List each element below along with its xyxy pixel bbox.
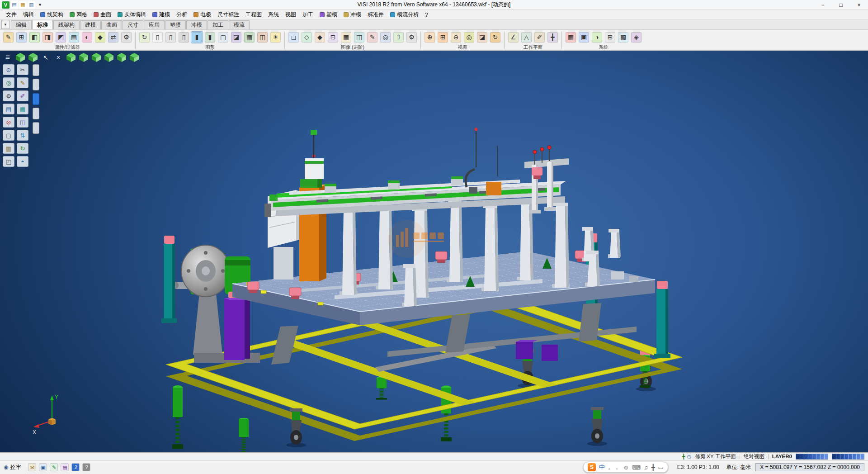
zoom-all-icon[interactable]: ⊕ (424, 31, 436, 43)
view-cube-front-icon[interactable] (27, 52, 39, 63)
filter-chain-icon[interactable]: ⇄ (107, 31, 119, 43)
filter-type-icon[interactable]: ◆ (94, 31, 106, 43)
layers-tool-icon[interactable]: ▤ (3, 104, 14, 114)
tab-wireframe[interactable]: 线架构 (53, 20, 80, 29)
quick-access-caret-icon[interactable]: ▾ (36, 1, 44, 9)
viewbar-menu-icon[interactable]: ≡ (2, 52, 14, 63)
saved-view-slot-4[interactable] (33, 108, 39, 119)
corner-tool-icon[interactable]: ◰ (3, 156, 14, 167)
image-shade-icon[interactable]: ◆ (314, 31, 326, 43)
system-grid-icon[interactable]: ⊞ (604, 31, 616, 43)
menu-item-mold[interactable]: 塑模 (316, 10, 340, 20)
point-snap-tool-icon[interactable]: ◎ (3, 77, 14, 88)
trim-tool-icon[interactable]: ✂ (17, 64, 28, 75)
ime-skin-icon[interactable]: ▭ (658, 464, 664, 471)
transparent-view-icon[interactable]: ▢ (217, 31, 229, 43)
system-display-icon[interactable]: ▣ (578, 31, 590, 43)
filter-color-icon[interactable]: ◐ (81, 31, 93, 43)
view-cube-iso-icon[interactable] (14, 52, 26, 63)
filter-settings-icon[interactable]: ⚙ (120, 31, 132, 43)
system-snap-icon[interactable]: ▩ (617, 31, 629, 43)
delete-tool-icon[interactable]: ⊘ (3, 117, 14, 128)
zoom-previous-icon[interactable]: ⊖ (450, 31, 462, 43)
menu-item-analysis[interactable]: 分析 (173, 10, 190, 20)
menu-item-system[interactable]: 系统 (265, 10, 282, 20)
ime-mode-chinese[interactable]: 中 (599, 463, 605, 471)
tab-flow[interactable]: 模流 (229, 20, 250, 29)
image-gallery-icon[interactable]: ▦ (340, 31, 352, 43)
tab-machining[interactable]: 加工 (208, 20, 228, 29)
system-performance-icon[interactable]: ◑ (591, 31, 603, 43)
menu-item-file[interactable]: 文件 (3, 10, 20, 20)
status-mail-icon[interactable]: ✉ (28, 463, 36, 471)
box-select-tool-icon[interactable]: ▢ (3, 130, 14, 141)
menu-item-help[interactable]: ? (422, 10, 431, 20)
status-count-badge[interactable]: 2 (71, 463, 80, 471)
material-mode-icon[interactable]: ◫ (256, 31, 269, 43)
sketch-tool-icon[interactable]: ✎ (17, 77, 28, 88)
tab-surface[interactable]: 曲面 (101, 20, 122, 29)
status-display-icon[interactable]: ▣ (39, 463, 47, 471)
menu-item-solid-edit[interactable]: 实体编辑 (114, 10, 149, 20)
menu-item-standard-parts[interactable]: 标准件 (364, 10, 387, 20)
workplane-align-icon[interactable]: △ (520, 31, 533, 43)
panels-tool-icon[interactable]: ◫ (17, 117, 28, 128)
print-document-icon[interactable]: ▥ (28, 1, 35, 9)
menu-item-wireframe[interactable]: 线架构 (37, 10, 66, 20)
redraw-icon[interactable]: ↻ (138, 31, 151, 43)
workplane-new-icon[interactable]: ╋ (547, 31, 559, 43)
saved-view-slot-3[interactable] (33, 93, 39, 105)
view-cube-dimetric-icon[interactable] (128, 52, 140, 63)
tab-die[interactable]: 冲模 (186, 20, 207, 29)
lighting-mode-icon[interactable]: ☀ (269, 31, 282, 43)
shade-half-tool-icon[interactable]: ◓ (17, 156, 28, 167)
select-arrow-icon[interactable]: ↖ (40, 52, 52, 63)
annotate-tool-icon[interactable]: ✐ (17, 90, 28, 101)
wireframe-view-icon[interactable]: ▯ (151, 31, 164, 43)
dynamic-hidden-view-icon[interactable]: ▯ (178, 31, 190, 43)
minimize-button[interactable]: − (814, 0, 832, 9)
zoom-tool-icon[interactable]: ⊙ (3, 64, 14, 75)
settings-tool-icon[interactable]: ⚙ (3, 90, 14, 101)
menu-item-dimension[interactable]: 尺寸标注 (214, 10, 242, 20)
tab-application[interactable]: 应用 (144, 20, 165, 29)
view-mode-status[interactable]: 绝对视图 (744, 453, 764, 460)
workplane-axes-icon[interactable]: ╋ (682, 454, 685, 460)
rotate-tool-icon[interactable]: ↻ (17, 143, 28, 154)
workplane-xy-icon[interactable]: ∠ (507, 31, 519, 43)
view-cube-back-icon[interactable] (103, 52, 115, 63)
zoom-window-icon[interactable]: ⊞ (437, 31, 449, 43)
menu-item-edit[interactable]: 编辑 (20, 10, 37, 20)
saved-view-slot-1[interactable] (33, 64, 39, 76)
view-cube-bottom-icon[interactable] (116, 52, 127, 63)
ime-keyboard-icon[interactable]: ⌨ (632, 464, 641, 471)
sheet-tool-icon[interactable]: ▥ (3, 143, 14, 154)
tab-modeling[interactable]: 建模 (80, 20, 101, 29)
ime-toolbox-icon[interactable]: ╋ (651, 464, 655, 471)
image-measure-icon[interactable]: ◎ (379, 31, 392, 43)
workplane-clock-icon[interactable]: ◷ (687, 454, 692, 460)
ime-punctuation-icon[interactable]: 。， (608, 463, 620, 471)
swap-tool-icon[interactable]: ⇅ (17, 130, 28, 141)
filter-layer-icon[interactable]: ▤ (68, 31, 80, 43)
visi-logo-icon[interactable]: V (2, 1, 9, 9)
hidden-line-view-icon[interactable]: ▯ (165, 31, 177, 43)
menu-item-die[interactable]: 冲模 (340, 10, 364, 20)
view-rotate-icon[interactable]: ↻ (489, 31, 501, 43)
close-button[interactable]: × (850, 0, 868, 9)
image-compare-icon[interactable]: ◫ (353, 31, 365, 43)
viewbar-close-icon[interactable]: × (52, 52, 64, 63)
saved-view-slot-2[interactable] (33, 79, 39, 90)
image-settings-icon[interactable]: ⚙ (406, 31, 418, 43)
menu-item-machining[interactable]: 加工 (299, 10, 316, 20)
view-cube-top-icon[interactable] (65, 52, 77, 63)
sogou-logo-icon[interactable]: S (588, 463, 596, 471)
view-measure-icon[interactable]: ◎ (463, 31, 475, 43)
new-document-icon[interactable]: ▤ (10, 1, 18, 9)
mesh-tool-icon[interactable]: ▦ (17, 104, 28, 114)
image-annotate-icon[interactable]: ✎ (366, 31, 378, 43)
shaded-view-icon[interactable]: ▮ (191, 31, 203, 43)
ime-mic-icon[interactable]: ♫ (644, 464, 648, 471)
image-iso-icon[interactable]: ◇ (301, 31, 313, 43)
filter-wireframe-icon[interactable]: ◧ (28, 31, 41, 43)
